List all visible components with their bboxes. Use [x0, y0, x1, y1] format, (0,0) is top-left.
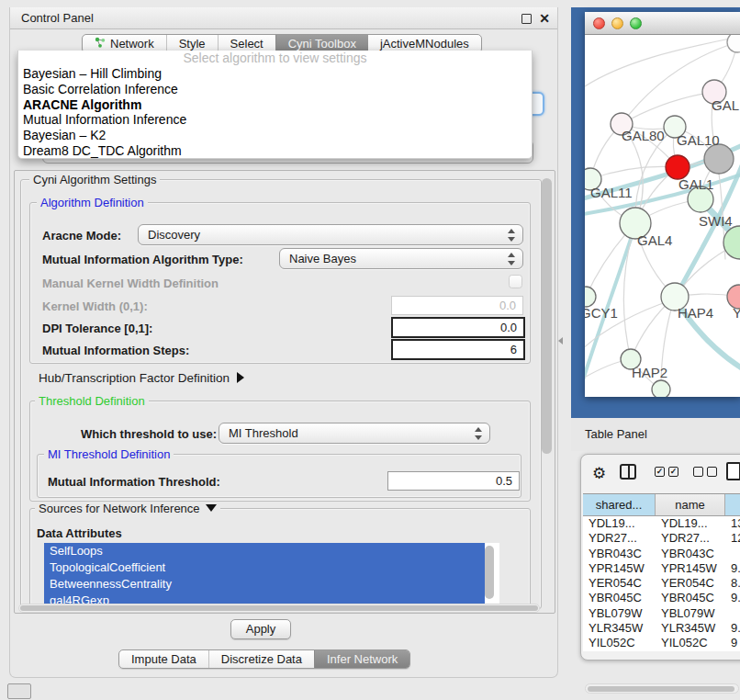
table-panel-title: Table Panel: [585, 427, 647, 441]
algorithm-dropdown-popup: Select algorithm to view settings Bayesi…: [17, 51, 533, 159]
network-edge: [585, 360, 627, 380]
expand-right-icon: [237, 372, 244, 383]
zoom-traffic-icon[interactable]: [630, 17, 642, 29]
node-label: GCY1: [585, 305, 618, 321]
deselect-all-icon[interactable]: [693, 467, 717, 477]
node-label: GAL: [712, 97, 739, 113]
manual-kernel-width-checkbox[interactable]: [509, 275, 522, 288]
tab-label: Discretize Data: [221, 650, 302, 668]
file-icon[interactable]: [726, 462, 740, 480]
aracne-mode-combobox[interactable]: Discovery: [138, 224, 523, 245]
network-canvas[interactable]: GALGAL80GAL10GAL1GAL11GAL4SWI4GCY1HAP4YH…: [585, 35, 740, 397]
column-header-A[interactable]: A: [725, 494, 740, 515]
mi-threshold-label: Mutual Information Threshold:: [48, 475, 220, 489]
table-row[interactable]: YER054CYER054C8.: [583, 576, 740, 591]
hub-definition-label: Hub/Transcription Factor Definition: [39, 371, 230, 385]
minimized-panel-icon[interactable]: [7, 683, 31, 699]
table-row[interactable]: YBR043CYBR043C: [583, 547, 740, 561]
which-threshold-value: MI Threshold: [229, 426, 298, 440]
network-view-window: GALGAL80GAL10GAL1GAL11GAL4SWI4GCY1HAP4YH…: [585, 12, 740, 397]
attribute-item[interactable]: TopologicalCoefficient: [44, 559, 485, 576]
table-row[interactable]: YDR27...YDR27...12: [583, 531, 740, 546]
mi-threshold-field[interactable]: 0.5: [387, 471, 520, 491]
kernel-width-label: Kernel Width (0,1):: [42, 299, 148, 313]
attribute-item[interactable]: SelfLoops: [44, 543, 485, 559]
dpi-tolerance-field[interactable]: 0.0: [391, 317, 525, 338]
tab-discretize-data[interactable]: Discretize Data: [208, 650, 314, 668]
table-cell: [725, 547, 740, 561]
node-label: GAL4: [637, 232, 672, 248]
algorithm-option[interactable]: ARACNE Algorithm: [18, 97, 532, 113]
algorithm-option[interactable]: Bayesian – Hill Climbing: [18, 66, 532, 82]
table-row[interactable]: YLR345WYLR345W9.: [583, 621, 740, 636]
tab-infer-network[interactable]: Infer Network: [314, 650, 409, 668]
collapse-down-icon: [206, 504, 217, 512]
mi-steps-field[interactable]: 6: [391, 339, 525, 360]
table-cell: 13: [725, 516, 740, 531]
sources-title-label: Sources for Network Inference: [39, 502, 200, 515]
table-cell: YIL052C: [656, 636, 725, 650]
attributes-list-scrollbar[interactable]: [485, 546, 494, 599]
node-label: GAL1: [678, 176, 713, 192]
table-cell: 9: [725, 636, 740, 650]
mi-algorithm-type-combobox[interactable]: Naive Bayes: [279, 248, 523, 269]
data-attributes-label: Data Attributes: [37, 526, 122, 540]
tab-impute-data[interactable]: Impute Data: [119, 650, 208, 668]
network-desktop: GALGAL80GAL10GAL1GAL11GAL4SWI4GCY1HAP4YH…: [571, 7, 740, 418]
network-node[interactable]: [704, 144, 734, 174]
sources-group-title[interactable]: Sources for Network Inference: [35, 502, 220, 515]
network-edge: [623, 223, 635, 359]
stepper-arrows-icon: [508, 228, 515, 243]
splitpane-gripper-icon[interactable]: [558, 337, 563, 344]
network-graph[interactable]: GALGAL80GAL10GAL1GAL11GAL4SWI4GCY1HAP4YH…: [585, 35, 740, 397]
network-node-GCY1[interactable]: [585, 287, 596, 307]
kernel-width-field[interactable]: 0.0: [391, 296, 523, 315]
node-table: shared...nameA YDL19...YDL19...13YDR27..…: [583, 493, 740, 651]
table-row[interactable]: YPR145WYPR145W9.: [583, 561, 740, 576]
gear-icon[interactable]: ⚙: [592, 464, 606, 483]
table-cell: YER054C: [583, 576, 656, 591]
settings-horizontal-scrollbar[interactable]: [18, 604, 540, 613]
algorithm-definition-title: Algorithm Definition: [37, 196, 148, 209]
aracne-mode-value: Discovery: [148, 228, 200, 242]
tab-label: Impute Data: [131, 650, 196, 668]
mi-algorithm-type-value: Naive Bayes: [289, 252, 356, 265]
table-cell: YDL19...: [656, 516, 725, 531]
network-window-titlebar[interactable]: [585, 12, 740, 35]
column-header-shared...[interactable]: shared...: [583, 494, 656, 515]
split-columns-icon[interactable]: [620, 464, 636, 480]
algorithm-option[interactable]: Basic Correlation Inference: [18, 82, 532, 97]
settings-vertical-scrollbar[interactable]: [542, 178, 552, 454]
select-all-icon[interactable]: ✓✓: [655, 467, 678, 477]
minimize-traffic-icon[interactable]: [611, 17, 623, 29]
algorithm-option[interactable]: Dream8 DC_TDC Algorithm: [18, 143, 532, 159]
table-cell: YLR345W: [656, 621, 725, 636]
which-threshold-label: Which threshold to use:: [81, 427, 217, 441]
apply-button[interactable]: Apply: [230, 619, 291, 639]
table-cell: YBR043C: [656, 547, 725, 561]
table-cell: YDR27...: [583, 531, 656, 546]
algorithm-option[interactable]: Mutual Information Inference: [18, 112, 532, 128]
close-traffic-icon[interactable]: [593, 17, 605, 29]
column-header-name[interactable]: name: [656, 494, 725, 515]
table-cell: YBR045C: [583, 591, 656, 605]
table-horizontal-scrollbar[interactable]: [585, 683, 739, 694]
network-node[interactable]: [652, 380, 670, 397]
data-attributes-list[interactable]: SelfLoopsTopologicalCoefficientBetweenne…: [44, 543, 499, 611]
dpi-tolerance-label: DPI Tolerance [0,1]:: [42, 322, 152, 335]
attribute-item[interactable]: BetweennessCentrality: [44, 576, 485, 593]
table-row[interactable]: YBR045CYBR045C9.: [583, 591, 740, 605]
float-window-icon[interactable]: [521, 14, 532, 24]
hub-definition-toggle[interactable]: Hub/Transcription Factor Definition: [39, 371, 244, 385]
tab-label: Infer Network: [327, 650, 398, 668]
network-node[interactable]: [727, 35, 740, 52]
which-threshold-combobox[interactable]: MI Threshold: [219, 423, 490, 444]
node-label: GAL80: [622, 128, 665, 143]
table-cell: YBL079W: [583, 606, 656, 621]
table-row[interactable]: YBL079WYBL079W: [583, 606, 740, 621]
close-icon[interactable]: ✕: [539, 12, 550, 25]
table-row[interactable]: YIL052CYIL052C9: [583, 636, 740, 650]
algorithm-option[interactable]: Bayesian – K2: [18, 128, 532, 143]
table-row[interactable]: YDL19...YDL19...13: [583, 516, 740, 531]
mi-steps-label: Mutual Information Steps:: [42, 344, 189, 357]
